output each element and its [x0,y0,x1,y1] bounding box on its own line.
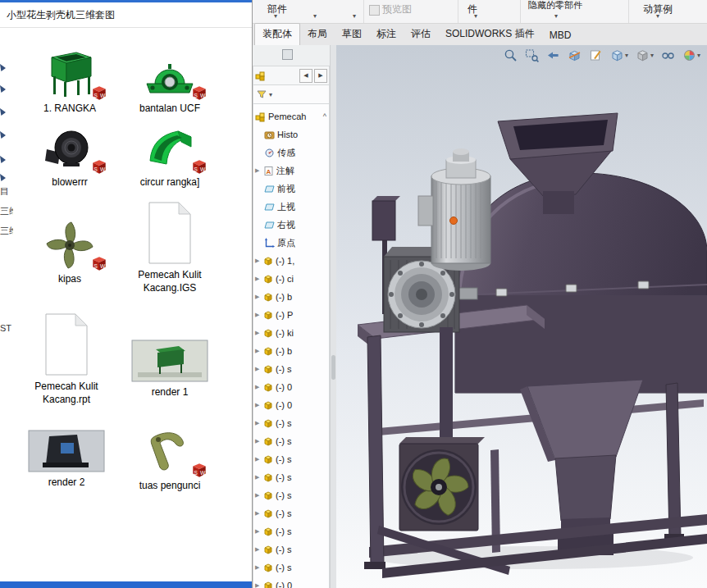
dropdown-caret-icon[interactable]: ▾ [269,91,272,98]
dropdown-caret-icon[interactable]: ▾ [474,12,477,20]
dropdown-caret-icon[interactable]: ▾ [656,12,659,20]
tree-item-component[interactable]: ▶(-) s [253,468,329,486]
expand-caret-icon[interactable]: ▶ [255,330,262,336]
clipped-desktop-label: 三维 [0,205,13,217]
feature-tree-filter[interactable]: ▾ [253,85,330,104]
file-item[interactable]: render 2 [16,428,116,489]
svg-text:S: S [94,93,98,98]
hide-show-items-icon[interactable] [661,48,675,62]
file-item[interactable]: SW circur rangka] [120,123,220,189]
tree-item-component[interactable]: ▶(-) 0 [253,396,329,414]
expand-caret-icon[interactable]: ▶ [255,258,262,264]
expand-caret-icon[interactable]: ▶ [255,456,262,463]
tree-item-component[interactable]: ▶(-) s [253,540,329,558]
dropdown-caret-icon[interactable]: ▾ [625,52,628,59]
dropdown-caret-icon[interactable]: ▾ [274,12,277,20]
svg-text:W: W [100,166,106,172]
splitter-handle[interactable] [331,355,335,380]
file-item[interactable]: Pemecah Kulit Kacang.rpt [16,311,116,406]
tree-item-right-plane[interactable]: 右视 [253,216,329,234]
expand-caret-icon[interactable]: ▶ [255,474,262,481]
explorer-folder-title: 小型花生剥壳机三维套图 [0,2,252,28]
dropdown-caret-icon[interactable]: ▾ [313,12,317,20]
tab-solidworks-addins[interactable]: SOLIDWORKS 插件 [438,24,542,45]
panel-scroll-left-icon[interactable]: ◀ [299,69,312,83]
file-item[interactable]: SW blowerrr [20,123,120,189]
tree-item-component[interactable]: ▶(-) s [253,414,329,432]
panel-scroll-right-icon[interactable]: ▶ [314,69,327,83]
expand-caret-icon[interactable]: ▶ [255,167,262,174]
file-item[interactable]: SW kipas [20,220,120,285]
file-item[interactable]: SW 1. RANGKA [20,46,120,115]
expand-caret-icon[interactable]: ▶ [255,366,262,372]
dropdown-caret-icon[interactable]: ▾ [697,52,700,59]
tree-item-component[interactable]: ▶(-) s [253,432,329,450]
part-icon [263,490,273,500]
display-style-icon[interactable]: ▾ [636,48,654,62]
tree-item-component[interactable]: ▶(-) 1, [253,252,329,270]
expand-caret-icon[interactable]: ▶ [255,348,262,354]
tree-item-component[interactable]: ▶(-) b [253,288,329,306]
expand-caret-icon[interactable]: ▶ [255,492,262,499]
expand-caret-icon[interactable]: ▶ [255,312,262,318]
zoom-fit-icon[interactable] [504,48,518,62]
part-icon [263,328,273,338]
tree-scroll-up-icon[interactable]: ^ [323,112,326,121]
sketch-icon[interactable] [589,48,603,62]
expand-caret-icon[interactable]: ▶ [255,384,262,390]
tab-assembly[interactable]: 装配体 [254,23,300,45]
tree-item-component[interactable]: ▶(-) s [253,486,329,504]
tree-item-component[interactable]: ▶(-) s [253,522,329,540]
tree-item-annotations[interactable]: ▶ A 注解 [253,162,329,180]
expand-caret-icon[interactable]: ▶ [255,294,262,300]
expand-caret-icon[interactable]: ▶ [255,564,262,571]
tree-item-component[interactable]: ▶(-) s [253,450,329,468]
tree-item-component[interactable]: ▶(-) P [253,306,329,324]
zoom-to-area-icon[interactable] [525,48,539,62]
tree-item-front-plane[interactable]: 前视 [253,180,329,198]
tab-annotate[interactable]: 标注 [369,24,404,45]
tree-item-top-plane[interactable]: 上视 [253,198,329,216]
dropdown-caret-icon[interactable]: ▾ [650,52,654,59]
section-view-icon[interactable] [568,48,582,62]
dropdown-caret-icon[interactable]: ▾ [353,12,356,20]
command-manager-tabbar: 装配体 布局 草图 标注 评估 SOLIDWORKS 插件 MBD [253,24,707,46]
tree-root-assembly[interactable]: Pemecah ^ [253,107,329,125]
ribbon-group-hidden-components[interactable]: 隐藏的零部件 [528,1,582,10]
tab-layout[interactable]: 布局 [300,24,335,45]
file-item[interactable]: SW tuas pengunci [120,426,220,492]
expand-caret-icon[interactable]: ▶ [255,420,262,426]
tree-item-origin[interactable]: 原点 [253,234,329,252]
tab-mbd[interactable]: MBD [542,26,579,45]
file-name: blowerrr [20,175,120,189]
expand-caret-icon[interactable]: ▶ [255,402,262,408]
tree-item-component[interactable]: ▶(-) 0 [253,378,329,396]
expand-caret-icon[interactable]: ▶ [255,276,262,282]
tree-item-history[interactable]: Histo [253,125,329,144]
tree-item-component[interactable]: ▶(-) s [253,504,329,522]
expand-caret-icon[interactable]: ▶ [255,438,262,444]
expand-caret-icon[interactable]: ▶ [255,528,262,535]
graphics-viewport[interactable]: ▾ ▾ [336,45,707,588]
expand-caret-icon[interactable]: ▶ [255,510,262,517]
tree-item-component[interactable]: ▶(-) b [253,342,329,360]
tree-item-component[interactable]: ▶(-) ci [253,270,329,288]
expand-caret-icon[interactable]: ▶ [255,546,262,553]
expand-caret-icon[interactable]: ▶ [255,582,262,588]
tree-item-component[interactable]: ▶(-) s [253,558,329,577]
tab-evaluate[interactable]: 评估 [404,24,438,45]
file-item[interactable]: render 1 [120,338,220,399]
dropdown-caret-icon[interactable]: ▾ [554,12,558,20]
feature-manager-tab-icon[interactable] [255,71,266,81]
file-item[interactable]: SW bantalan UCF [120,46,220,115]
file-item[interactable]: Pemecah Kulit Kacang.IGS [120,199,220,294]
tree-item-sensors[interactable]: 传感 [253,144,329,162]
appearances-icon[interactable]: ▾ [682,48,700,62]
previous-view-icon[interactable] [546,48,560,62]
tab-sketch[interactable]: 草图 [335,24,369,45]
dock-icon[interactable] [282,49,293,60]
view-orientation-icon[interactable]: ▾ [610,48,628,62]
tree-item-component[interactable]: ▶(-) 0 [253,577,329,588]
tree-item-component[interactable]: ▶(-) ki [253,324,329,342]
tree-item-component[interactable]: ▶(-) s [253,360,329,378]
